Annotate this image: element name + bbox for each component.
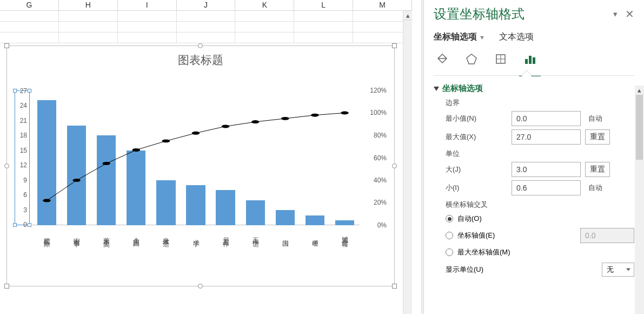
svg-rect-16	[529, 56, 532, 64]
col-header[interactable]: L	[294, 0, 353, 11]
svg-point-3	[132, 148, 141, 152]
x-axis-labels[interactable]: 旷工解除家中有事薪水不高个人原因身体不适求学另有工作工作不适出国考研试用不合格	[32, 228, 360, 278]
y-tick: 21	[20, 117, 27, 125]
svg-point-2	[102, 162, 110, 165]
col-header[interactable]: K	[235, 0, 294, 11]
major-input[interactable]	[512, 162, 581, 177]
axis-handle[interactable]	[28, 223, 31, 227]
cross-value-radio[interactable]: 坐标轴值(E)	[446, 228, 634, 243]
x-label: 考研	[300, 228, 330, 278]
resize-handle[interactable]	[392, 284, 397, 289]
col-header[interactable]: J	[177, 0, 236, 11]
x-label: 个人原因	[121, 228, 151, 278]
close-icon[interactable]: ✕	[625, 8, 634, 21]
worksheet-area: G H I J K L M ▴ 图表标题 27 24	[0, 0, 412, 314]
x-label: 薪水不高	[91, 228, 121, 278]
y-tick: 9	[23, 176, 27, 184]
y-tick: 27	[20, 87, 27, 95]
svg-rect-17	[533, 57, 535, 64]
axis-options-icon[interactable]	[521, 51, 539, 69]
pane-body: 坐标轴选项 边界 最小值(N) 自动 最大值(X) 重置 单位 大(J) 重置 …	[424, 76, 644, 314]
plot-inner	[32, 90, 360, 225]
col-header[interactable]: M	[353, 0, 412, 11]
axis-handle[interactable]	[13, 223, 17, 227]
y-tick: 12	[20, 161, 27, 169]
major-reset-button[interactable]: 重置	[585, 162, 610, 177]
svg-point-6	[222, 125, 230, 128]
axis-handle[interactable]	[13, 89, 17, 93]
size-properties-icon[interactable]	[492, 51, 509, 69]
min-input[interactable]	[512, 111, 581, 126]
resize-handle[interactable]	[198, 43, 203, 48]
resize-handle[interactable]	[392, 43, 397, 48]
scrollbar-thumb[interactable]	[636, 95, 643, 160]
y2-tick: 80%	[374, 132, 387, 139]
scroll-up-icon[interactable]: ▴	[403, 11, 413, 20]
chart-object[interactable]: 图表标题 27 24 21 18 15 12 9 6 3 0	[6, 45, 395, 286]
max-label: 最大值(X)	[446, 132, 507, 142]
resize-handle[interactable]	[4, 43, 9, 48]
y-tick: 6	[23, 191, 27, 199]
pane-tabs: 坐标轴选项▼ 文本选项	[434, 31, 634, 43]
col-header[interactable]: G	[0, 0, 59, 11]
y2-tick: 20%	[374, 199, 387, 206]
min-auto[interactable]: 自动	[588, 114, 602, 123]
col-header[interactable]: I	[118, 0, 177, 11]
y2-tick: 40%	[374, 176, 387, 184]
svg-point-5	[192, 132, 200, 135]
x-label: 家中有事	[62, 228, 91, 278]
format-category-icons	[434, 50, 634, 69]
x-label: 旷工解除	[32, 228, 62, 278]
min-label: 最小值(N)	[446, 114, 507, 123]
svg-point-10	[341, 112, 349, 115]
y-tick: 18	[20, 132, 27, 139]
x-label: 另有工作	[211, 228, 241, 278]
minor-label: 小(I)	[446, 183, 507, 193]
display-unit-select[interactable]: 无	[602, 263, 634, 277]
collapse-icon[interactable]	[434, 87, 439, 91]
secondary-y-axis[interactable]: 120% 100% 80% 60% 40% 20% 0%	[361, 90, 387, 225]
column-headers: G H I J K L M	[0, 0, 412, 11]
resize-handle[interactable]	[4, 284, 9, 289]
scroll-up-icon[interactable]: ▴	[635, 86, 644, 95]
max-reset-button[interactable]: 重置	[585, 129, 610, 145]
tab-text-options[interactable]: 文本选项	[499, 31, 534, 43]
line-markers[interactable]	[32, 90, 360, 225]
svg-marker-11	[467, 54, 476, 64]
cross-max-radio[interactable]: 最大坐标轴值(M)	[446, 247, 634, 257]
primary-y-axis-selected[interactable]: 27 24 21 18 15 12 9 6 3 0	[15, 90, 30, 225]
fill-icon[interactable]	[434, 51, 451, 69]
x-label: 出国	[270, 228, 300, 278]
dropdown-icon[interactable]: ▾	[613, 9, 618, 19]
col-header[interactable]: H	[59, 0, 118, 11]
resize-handle[interactable]	[198, 284, 203, 289]
minor-input[interactable]	[512, 180, 581, 195]
y2-tick: 0%	[377, 221, 387, 229]
max-input[interactable]	[512, 129, 581, 145]
tab-axis-options[interactable]: 坐标轴选项▼	[434, 31, 485, 43]
units-label: 单位	[446, 149, 634, 159]
svg-rect-15	[525, 59, 528, 64]
y-tick: 24	[20, 102, 27, 109]
pane-header: 设置坐标轴格式 ▾ ✕ 坐标轴选项▼ 文本选项	[424, 0, 644, 76]
y-tick: 0	[23, 221, 27, 228]
effects-icon[interactable]	[463, 51, 480, 69]
svg-point-8	[281, 117, 289, 120]
x-label: 求学	[181, 228, 210, 278]
axis-handle[interactable]	[28, 89, 31, 93]
pane-scrollbar[interactable]: ▴	[635, 86, 644, 314]
svg-point-7	[251, 120, 260, 123]
x-label: 试用不合格	[330, 228, 360, 278]
worksheet-scrollbar[interactable]: ▴	[403, 11, 412, 314]
section-axis-options[interactable]: 坐标轴选项	[434, 83, 634, 94]
svg-point-4	[162, 139, 170, 142]
format-axis-pane: 设置坐标轴格式 ▾ ✕ 坐标轴选项▼ 文本选项 坐标轴选项 边界 最小值(N)	[424, 0, 644, 314]
chevron-down-icon[interactable]: ▼	[479, 34, 485, 41]
chart-plot-area[interactable]: 27 24 21 18 15 12 9 6 3 0 120%	[15, 87, 387, 278]
minor-auto[interactable]: 自动	[588, 183, 602, 193]
svg-point-0	[43, 199, 51, 202]
cross-auto-radio[interactable]: 自动(O)	[446, 214, 634, 224]
resize-handle[interactable]	[392, 163, 397, 168]
chart-title[interactable]: 图表标题	[7, 46, 394, 68]
resize-handle[interactable]	[4, 163, 9, 168]
